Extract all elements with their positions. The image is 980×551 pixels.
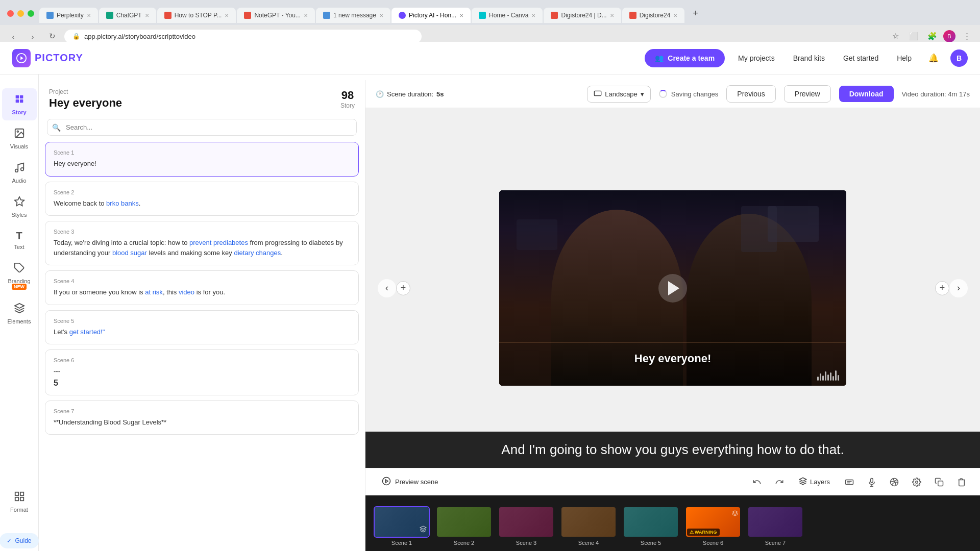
redo-button[interactable] <box>771 474 788 490</box>
scene-1-text: Hey everyone! <box>54 159 350 169</box>
sidebar-item-styles[interactable]: Styles <box>2 191 37 223</box>
tab-chatgpt[interactable]: ChatGPT ✕ <box>99 8 156 23</box>
add-scene-right-button[interactable]: + <box>935 281 949 295</box>
sidebar-item-story[interactable]: Story <box>2 88 37 120</box>
minimize-button[interactable] <box>17 10 24 17</box>
scene-card-6[interactable]: Scene 6 --- 5 <box>45 349 359 395</box>
forward-button[interactable]: › <box>26 29 40 43</box>
tab-close-icon[interactable]: ✕ <box>610 13 614 18</box>
my-projects-button[interactable]: My projects <box>733 51 780 65</box>
tab-label: Home - Canva <box>489 12 528 19</box>
scene-card-3[interactable]: Scene 3 Today, we're diving into a cruci… <box>45 221 359 265</box>
tab-label: How to STOP P... <box>175 12 222 19</box>
maximize-button[interactable] <box>28 10 34 17</box>
profile-icon[interactable]: B <box>943 30 955 42</box>
sidebar-item-elements[interactable]: Elements <box>2 297 37 330</box>
reload-button[interactable]: ↻ <box>45 29 59 43</box>
help-button[interactable]: Help <box>892 51 917 65</box>
voiceover-button[interactable] <box>886 474 902 490</box>
back-button[interactable]: ‹ <box>6 29 20 43</box>
scene-card-5[interactable]: Scene 5 Let's get started!" <box>45 310 359 345</box>
tab-digistore1[interactable]: Digistore24 | D... ✕ <box>544 8 621 23</box>
close-button[interactable] <box>7 10 14 17</box>
scene-3-link1[interactable]: prevent prediabetes <box>189 239 248 246</box>
timeline-scene-5[interactable]: Scene 5 <box>623 506 679 546</box>
add-scene-left-button[interactable]: + <box>396 281 410 295</box>
create-team-button[interactable]: 👥 Create a team <box>645 49 725 67</box>
scene-card-1[interactable]: Scene 1 Hey everyone! <box>45 142 359 177</box>
sidebar-item-visuals[interactable]: Visuals <box>2 122 37 155</box>
scene-2-link[interactable]: brko banks <box>106 199 139 207</box>
bookmark-icon[interactable]: ☆ <box>888 29 902 43</box>
menu-icon[interactable]: ⋮ <box>960 29 974 43</box>
new-tab-button[interactable]: + <box>685 4 705 23</box>
project-breadcrumb: Project Hey everyone <box>49 88 122 110</box>
timeline-scene-2[interactable]: Scene 2 <box>436 506 492 546</box>
timeline-scene-7[interactable]: Scene 7 <box>747 506 803 546</box>
scene-5-text: Let's get started!" <box>54 327 350 337</box>
tab-digistore2[interactable]: Digistore24 ✕ <box>622 8 685 23</box>
guide-button[interactable]: ✓ Guide <box>0 533 39 548</box>
scene-4-link1[interactable]: at risk <box>145 288 163 296</box>
tab-close-icon[interactable]: ✕ <box>673 13 677 18</box>
video-caption-text: Hey everyone! <box>634 352 711 365</box>
sidebar-item-branding[interactable]: Branding NEW <box>2 257 37 295</box>
bg-picture-left <box>517 219 557 250</box>
timeline-scene-4[interactable]: Scene 4 <box>560 506 617 546</box>
tab-close-icon[interactable]: ✕ <box>531 13 535 18</box>
scene-card-7[interactable]: Scene 7 **Understanding Blood Sugar Leve… <box>45 400 359 435</box>
tab-messages[interactable]: 1 new message ✕ <box>316 8 390 23</box>
notifications-bell-icon[interactable]: 🔔 <box>925 49 942 67</box>
scene-card-2[interactable]: Scene 2 Welcome back to brko banks. <box>45 182 359 216</box>
scene-3-link3[interactable]: dietary changes <box>234 249 281 257</box>
url-input[interactable] <box>84 33 413 40</box>
sidebar-item-audio[interactable]: Audio <box>2 157 37 189</box>
captions-button[interactable] <box>841 474 857 490</box>
preview-button[interactable]: Preview <box>784 85 831 103</box>
tab-canva[interactable]: Home - Canva ✕ <box>472 8 543 23</box>
scene-4-link2[interactable]: video <box>179 288 194 296</box>
timeline-scene-3[interactable]: Scene 3 <box>498 506 554 546</box>
sidebar-item-format[interactable]: Format <box>2 486 37 518</box>
svg-rect-3 <box>15 99 18 103</box>
screen-icon[interactable]: ⬜ <box>906 29 921 43</box>
brand-kits-button[interactable]: Brand kits <box>788 51 830 65</box>
tab-close-icon[interactable]: ✕ <box>379 13 383 18</box>
next-scene-arrow[interactable]: › <box>949 279 968 297</box>
previous-button[interactable]: Previous <box>726 85 775 103</box>
svg-rect-22 <box>871 478 873 482</box>
mic-button[interactable] <box>864 474 880 490</box>
tab-pictory[interactable]: Pictory.AI - Hon... ✕ <box>391 8 471 23</box>
scene-card-4[interactable]: Scene 4 If you or someone you know is at… <box>45 270 359 305</box>
user-avatar-button[interactable]: B <box>950 49 968 67</box>
address-bar[interactable]: 🔒 <box>64 30 422 43</box>
logo-icon <box>12 49 31 67</box>
tab-close-icon[interactable]: ✕ <box>459 13 463 18</box>
duplicate-button[interactable] <box>931 474 947 490</box>
settings-button[interactable] <box>909 474 925 490</box>
scene-3-link2[interactable]: blood sugar <box>112 249 147 257</box>
tab-close-icon[interactable]: ✕ <box>304 13 308 18</box>
timeline-scene-6[interactable]: ⚠ WARNING Scene 6 <box>685 506 741 546</box>
search-input[interactable] <box>47 119 357 136</box>
story-icon <box>14 93 25 107</box>
prev-scene-arrow[interactable]: ‹ <box>378 279 396 297</box>
preview-scene-button[interactable]: Preview scene <box>376 473 445 490</box>
timeline-scene-1[interactable]: Scene 1 <box>374 506 430 546</box>
tab-close-icon[interactable]: ✕ <box>145 13 149 18</box>
layers-button[interactable]: Layers <box>794 474 835 490</box>
tab-close-icon[interactable]: ✕ <box>87 13 91 18</box>
tab-close-icon[interactable]: ✕ <box>225 13 229 18</box>
undo-button[interactable] <box>749 474 765 490</box>
delete-button[interactable] <box>953 474 970 490</box>
extensions-icon[interactable]: 🧩 <box>925 29 939 43</box>
sidebar-item-text[interactable]: T Text <box>2 225 37 255</box>
tab-youtube1[interactable]: How to STOP P... ✕ <box>157 8 236 23</box>
tab-notegpt[interactable]: NoteGPT - You... ✕ <box>237 8 315 23</box>
orientation-button[interactable]: Landscape ▾ <box>587 86 651 103</box>
get-started-button[interactable]: Get started <box>838 51 884 65</box>
tab-perplexity[interactable]: Perplexity ✕ <box>39 8 98 23</box>
download-button[interactable]: Download <box>839 86 894 102</box>
scene-5-link[interactable]: get started!" <box>69 328 105 336</box>
play-button-overlay[interactable] <box>658 274 687 303</box>
